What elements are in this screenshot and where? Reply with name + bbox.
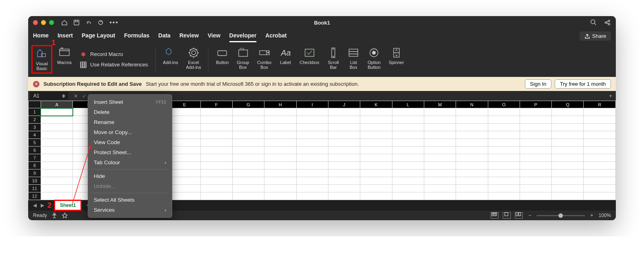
view-normal-button[interactable] <box>491 212 499 219</box>
tab-review[interactable]: Review <box>180 30 199 42</box>
cell-G5[interactable] <box>232 139 264 147</box>
cell-P12[interactable] <box>520 192 551 200</box>
cell-G12[interactable] <box>232 192 264 200</box>
cell-I11[interactable] <box>296 185 328 192</box>
cell-J7[interactable] <box>328 154 360 162</box>
sheet-tab-sheet1[interactable]: Sheet1 <box>54 200 82 211</box>
option-button-button[interactable]: Option Button <box>364 45 384 74</box>
share-icon[interactable] <box>604 19 611 26</box>
cell-G11[interactable] <box>232 185 264 192</box>
cell-F9[interactable] <box>200 169 232 177</box>
cell-J5[interactable] <box>328 139 360 147</box>
cell-F10[interactable] <box>200 177 232 185</box>
save-icon[interactable] <box>73 19 80 26</box>
row-header-5[interactable]: 5 <box>29 139 41 147</box>
cell-O5[interactable] <box>488 139 520 147</box>
cell-L9[interactable] <box>392 169 424 177</box>
cell-M6[interactable] <box>424 147 456 154</box>
list-box-button[interactable]: List Box <box>344 45 363 74</box>
cell-R6[interactable] <box>584 147 616 154</box>
cell-A5[interactable] <box>41 139 72 147</box>
tab-page-layout[interactable]: Page Layout <box>82 30 115 42</box>
cell-F1[interactable] <box>200 108 232 116</box>
cell-J10[interactable] <box>328 177 360 185</box>
cell-O4[interactable] <box>488 131 520 139</box>
minimize-window-button[interactable] <box>41 20 46 25</box>
row-header-2[interactable]: 2 <box>29 116 41 124</box>
try-free-button[interactable]: Try free for 1 month <box>555 79 611 89</box>
ctx-insert-sheet[interactable]: Insert Sheet ⇧F11 <box>88 97 172 107</box>
cell-K4[interactable] <box>360 131 392 139</box>
cell-Q3[interactable] <box>552 124 584 131</box>
cell-H10[interactable] <box>264 177 296 185</box>
cell-N8[interactable] <box>456 162 488 169</box>
cell-L7[interactable] <box>392 154 424 162</box>
cell-I1[interactable] <box>296 108 328 116</box>
cell-J3[interactable] <box>328 124 360 131</box>
ctx-rename[interactable]: Rename <box>88 117 172 127</box>
cell-H4[interactable] <box>264 131 296 139</box>
cell-N7[interactable] <box>456 154 488 162</box>
more-icon[interactable]: ••• <box>109 19 119 26</box>
cell-M1[interactable] <box>424 108 456 116</box>
cell-G7[interactable] <box>232 154 264 162</box>
row-header-12[interactable]: 12 <box>29 192 41 200</box>
cell-I9[interactable] <box>296 169 328 177</box>
cell-I12[interactable] <box>296 192 328 200</box>
cell-Q8[interactable] <box>552 162 584 169</box>
cell-L4[interactable] <box>392 131 424 139</box>
cell-E1[interactable] <box>169 108 200 116</box>
combo-box-button[interactable]: Combo Box <box>254 45 275 74</box>
ctx-hide[interactable]: Hide <box>88 171 172 181</box>
cell-E11[interactable] <box>169 185 200 192</box>
ctx-services[interactable]: Services› <box>88 205 172 215</box>
cell-R7[interactable] <box>584 154 616 162</box>
cell-I4[interactable] <box>296 131 328 139</box>
select-all-corner[interactable] <box>29 101 41 108</box>
scroll-bar-button[interactable]: Scroll Bar <box>324 45 343 74</box>
cell-O9[interactable] <box>488 169 520 177</box>
cell-Q7[interactable] <box>552 154 584 162</box>
cell-M2[interactable] <box>424 116 456 124</box>
cell-H3[interactable] <box>264 124 296 131</box>
cell-N1[interactable] <box>456 108 488 116</box>
group-box-button[interactable]: XYZ Group Box <box>233 45 252 74</box>
cell-P1[interactable] <box>520 108 551 116</box>
col-header-J[interactable]: J <box>328 101 360 108</box>
cell-A11[interactable] <box>41 185 72 192</box>
tab-acrobat[interactable]: Acrobat <box>265 30 287 42</box>
tab-formulas[interactable]: Formulas <box>124 30 149 42</box>
row-header-1[interactable]: 1 <box>29 108 41 116</box>
col-header-E[interactable]: E <box>169 101 200 108</box>
cell-Q1[interactable] <box>552 108 584 116</box>
cell-H5[interactable] <box>264 139 296 147</box>
cell-F8[interactable] <box>200 162 232 169</box>
cell-H1[interactable] <box>264 108 296 116</box>
tab-developer[interactable]: Developer <box>229 30 257 42</box>
cell-L5[interactable] <box>392 139 424 147</box>
accessibility-icon[interactable] <box>51 212 58 219</box>
cell-R5[interactable] <box>584 139 616 147</box>
tab-home[interactable]: Home <box>33 30 49 42</box>
cell-J4[interactable] <box>328 131 360 139</box>
view-page-layout-button[interactable] <box>503 212 511 219</box>
col-header-L[interactable]: L <box>392 101 424 108</box>
cell-Q2[interactable] <box>552 116 584 124</box>
cell-R4[interactable] <box>584 131 616 139</box>
col-header-N[interactable]: N <box>456 101 488 108</box>
cell-G9[interactable] <box>232 169 264 177</box>
checkbox-button[interactable]: Checkbox <box>296 45 322 74</box>
cell-P7[interactable] <box>520 154 551 162</box>
cell-A3[interactable] <box>41 124 72 131</box>
cell-J9[interactable] <box>328 169 360 177</box>
cell-H9[interactable] <box>264 169 296 177</box>
cell-A1[interactable] <box>41 108 72 116</box>
cell-A10[interactable] <box>41 177 72 185</box>
cell-L10[interactable] <box>392 177 424 185</box>
cell-A2[interactable] <box>41 116 72 124</box>
cell-P10[interactable] <box>520 177 551 185</box>
cell-M3[interactable] <box>424 124 456 131</box>
cell-J6[interactable] <box>328 147 360 154</box>
ctx-select-all-sheets[interactable]: Select All Sheets <box>88 195 172 205</box>
cell-M11[interactable] <box>424 185 456 192</box>
